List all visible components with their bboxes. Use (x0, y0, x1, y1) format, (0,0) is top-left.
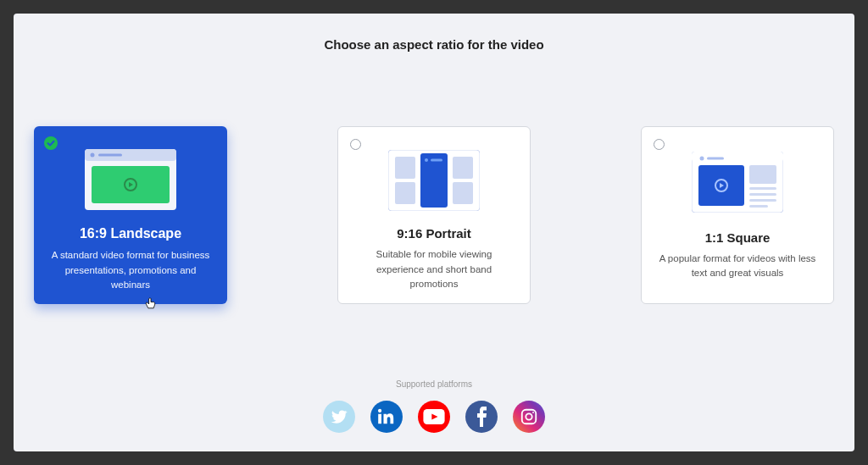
youtube-icon (418, 401, 450, 433)
svg-point-18 (700, 157, 704, 161)
svg-rect-23 (749, 165, 776, 184)
page-title: Choose an aspect ratio for the video (14, 37, 854, 52)
svg-point-0 (44, 136, 58, 150)
svg-point-3 (91, 153, 95, 158)
svg-rect-15 (431, 158, 442, 161)
linkedin-icon (370, 401, 403, 433)
option-description: Suitable for mobile viewing experience a… (352, 247, 516, 291)
square-illustration (692, 147, 783, 217)
radio-icon (654, 139, 665, 150)
svg-point-14 (425, 158, 428, 162)
svg-rect-13 (420, 153, 448, 208)
option-description: A standard video format for business pre… (47, 248, 214, 292)
svg-point-32 (532, 412, 534, 413)
facebook-icon (465, 401, 498, 433)
option-title: 16:9 Landscape (80, 226, 181, 241)
svg-rect-4 (98, 154, 122, 157)
svg-rect-25 (749, 193, 776, 196)
svg-rect-12 (453, 182, 473, 204)
svg-rect-19 (707, 158, 724, 160)
svg-rect-26 (749, 199, 776, 202)
platform-icons (323, 401, 545, 433)
svg-rect-17 (692, 152, 783, 162)
hand-cursor-icon (144, 297, 158, 311)
option-description: A popular format for videos with less te… (655, 252, 820, 281)
svg-rect-30 (522, 410, 537, 424)
svg-rect-27 (749, 205, 768, 208)
option-square[interactable]: 1:1 Square A popular format for videos w… (641, 126, 834, 304)
landscape-illustration (85, 147, 176, 213)
svg-point-31 (526, 413, 531, 419)
supported-label: Supported platforms (396, 379, 472, 389)
option-title: 9:16 Portrait (397, 226, 471, 241)
svg-rect-24 (749, 187, 776, 190)
instagram-icon (513, 401, 545, 433)
svg-rect-10 (395, 182, 415, 204)
option-landscape[interactable]: 16:9 Landscape A standard video format f… (34, 126, 227, 304)
aspect-ratio-panel: Choose an aspect ratio for the video (14, 14, 854, 451)
aspect-ratio-options: 16:9 Landscape A standard video format f… (14, 126, 854, 304)
option-title: 1:1 Square (705, 230, 771, 245)
portrait-illustration (388, 147, 480, 213)
svg-rect-9 (395, 157, 415, 179)
twitter-icon (323, 401, 355, 433)
radio-icon (350, 139, 361, 150)
supported-platforms: Supported platforms (14, 379, 854, 433)
checkmark-icon (44, 136, 58, 150)
option-portrait[interactable]: 9:16 Portrait Suitable for mobile viewin… (337, 126, 531, 304)
svg-rect-11 (453, 157, 473, 179)
